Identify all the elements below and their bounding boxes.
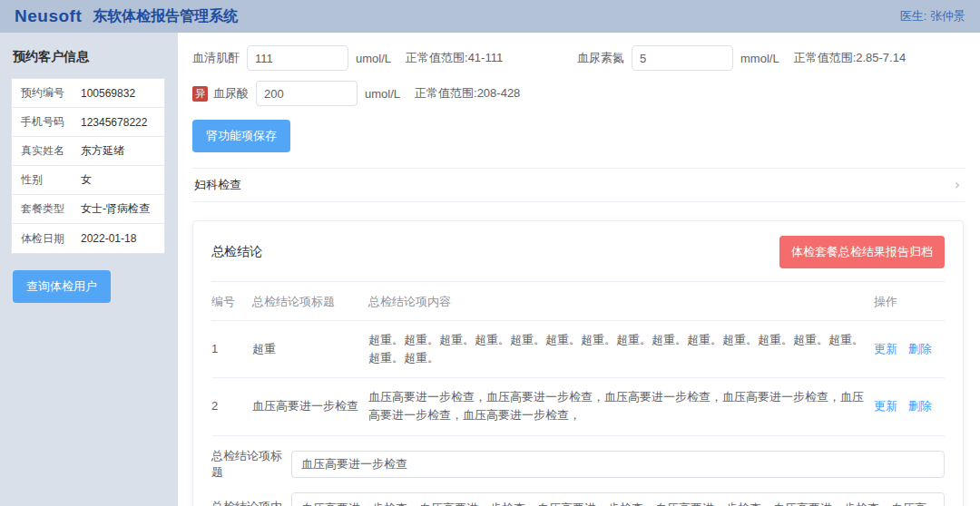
info-label: 套餐类型: [21, 201, 81, 217]
kidney-field-row-1: 血清肌酐 umol/L 正常值范围:41-111 血尿素氮 mmol/L 正常值…: [192, 45, 965, 71]
info-label: 真实姓名: [21, 143, 81, 159]
conclusion-table-header-row: 编号 总检结论项标题 总检结论项内容 操作: [211, 282, 945, 321]
info-label: 预约编号: [21, 85, 81, 101]
blood-urea-nitrogen-input[interactable]: [632, 45, 733, 71]
kidney-field-row-2: 异 血尿酸 umol/L 正常值范围:208-428: [192, 81, 965, 106]
blood-uric-acid-input[interactable]: [256, 81, 358, 106]
column-header-content: 总检结论项内容: [368, 282, 874, 321]
info-label: 性别: [21, 172, 81, 188]
field-serum-creatinine: 血清肌酐 umol/L 正常值范围:41-111: [192, 45, 577, 71]
field-blood-uric-acid: 异 血尿酸 umol/L 正常值范围:208-428: [192, 81, 520, 106]
cell-actions: 更新 删除: [874, 321, 945, 378]
cell-content: 超重。超重。超重。超重。超重。超重。超重。超重。超重。超重。超重。超重。超重。超…: [368, 321, 874, 378]
info-row-package: 套餐类型 女士-肾病检查: [12, 195, 164, 224]
cell-actions: 更新 删除: [874, 378, 945, 435]
field-normal-range: 正常值范围:41-111: [406, 50, 503, 66]
table-row: 1 超重 超重。超重。超重。超重。超重。超重。超重。超重。超重。超重。超重。超重…: [211, 321, 945, 378]
column-header-no: 编号: [211, 282, 252, 321]
archive-report-button[interactable]: 体检套餐总检结果报告归档: [779, 236, 945, 268]
gynecology-section-title: 妇科检查: [194, 177, 241, 193]
info-label: 手机号码: [21, 114, 81, 130]
update-link[interactable]: 更新: [874, 342, 897, 355]
gynecology-collapse-row[interactable]: 妇科检查 ›: [192, 168, 965, 202]
conclusion-panel-title: 总检结论: [211, 244, 262, 260]
field-blood-urea-nitrogen: 血尿素氮 mmol/L 正常值范围:2.85-7.14: [577, 45, 906, 71]
info-row-booking-no: 预约编号 100569832: [12, 79, 164, 108]
info-value: 2022-01-18: [81, 232, 136, 245]
conclusion-title-form-row: 总检结论项标题: [211, 448, 945, 481]
kidney-save-button[interactable]: 肾功能项保存: [192, 120, 290, 152]
field-unit: mmol/L: [740, 52, 779, 65]
conclusion-content-textarea[interactable]: 血压高要进一步检查，血压高要进一步检查，血压高要进一步检查，血压高要进一步检查，…: [291, 492, 945, 506]
cell-title: 超重: [252, 321, 368, 378]
app-title: 东软体检报告管理系统: [93, 7, 238, 26]
cell-title: 血压高要进一步检查: [252, 378, 368, 435]
info-value: 100569832: [81, 87, 135, 100]
info-row-exam-date: 体检日期 2022-01-18: [12, 224, 164, 253]
info-row-phone: 手机号码 12345678222: [12, 108, 164, 137]
field-unit: umol/L: [356, 52, 391, 65]
field-label: 血尿酸: [213, 85, 249, 102]
sidebar-title: 预约客户信息: [13, 49, 167, 65]
column-header-actions: 操作: [874, 282, 945, 321]
cell-no: 2: [211, 378, 252, 435]
delete-link[interactable]: 删除: [908, 399, 932, 413]
chevron-right-icon: ›: [955, 177, 960, 193]
brand-wrap: Neusoft 东软体检报告管理系统: [15, 6, 238, 26]
conclusion-content-label: 总检结论项内容: [211, 492, 291, 506]
serum-creatinine-input[interactable]: [247, 45, 348, 71]
conclusion-title-input[interactable]: [291, 451, 945, 478]
doctor-label: 医生: 张仲景: [900, 8, 965, 24]
sidebar: 预约客户信息 预约编号 100569832 手机号码 12345678222 真…: [0, 33, 178, 506]
field-label: 血清肌酐: [192, 50, 240, 66]
conclusion-panel-header: 总检结论 体检套餐总检结果报告归档: [211, 236, 945, 282]
cell-no: 1: [211, 321, 252, 378]
info-value: 女士-肾病检查: [81, 201, 150, 217]
update-link[interactable]: 更新: [874, 399, 897, 413]
top-bar: Neusoft 东软体检报告管理系统 医生: 张仲景: [0, 0, 980, 33]
query-exam-user-button[interactable]: 查询体检用户: [13, 270, 111, 303]
cell-content: 血压高要进一步检查，血压高要进一步检查，血压高要进一步检查，血压高要进一步检查，…: [368, 378, 874, 435]
field-label: 血尿素氮: [577, 50, 624, 66]
customer-info-table: 预约编号 100569832 手机号码 12345678222 真实姓名 东方延…: [11, 78, 165, 254]
abnormal-badge-icon: 异: [192, 86, 208, 102]
info-row-name: 真实姓名 东方延绪: [12, 137, 164, 166]
info-label: 体检日期: [21, 231, 81, 247]
info-row-gender: 性别 女: [12, 166, 164, 195]
info-value: 女: [81, 172, 92, 188]
field-normal-range: 正常值范围:208-428: [415, 85, 520, 102]
brand-logo: Neusoft: [15, 6, 82, 26]
field-normal-range: 正常值范围:2.85-7.14: [794, 50, 906, 66]
delete-link[interactable]: 删除: [908, 342, 932, 355]
page-layout: 预约客户信息 预约编号 100569832 手机号码 12345678222 真…: [0, 33, 980, 506]
conclusion-content-form-row: 总检结论项内容 血压高要进一步检查，血压高要进一步检查，血压高要进一步检查，血压…: [211, 492, 945, 506]
main-content: 血清肌酐 umol/L 正常值范围:41-111 血尿素氮 mmol/L 正常值…: [178, 33, 980, 506]
conclusion-panel: 总检结论 体检套餐总检结果报告归档 编号 总检结论项标题 总检结论项内容 操作 …: [192, 220, 964, 506]
conclusion-title-label: 总检结论项标题: [211, 448, 291, 481]
column-header-title: 总检结论项标题: [252, 282, 368, 321]
info-value: 东方延绪: [81, 143, 124, 159]
conclusion-table: 编号 总检结论项标题 总检结论项内容 操作 1 超重 超重。超重。超重。超重。超…: [211, 282, 945, 436]
field-unit: umol/L: [365, 87, 400, 101]
info-value: 12345678222: [81, 116, 147, 129]
table-row: 2 血压高要进一步检查 血压高要进一步检查，血压高要进一步检查，血压高要进一步检…: [211, 378, 945, 435]
